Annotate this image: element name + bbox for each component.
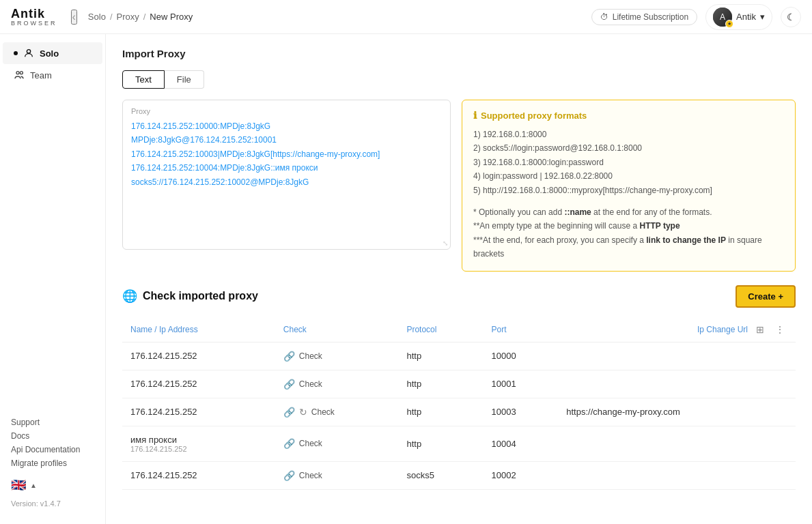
proxy-table: Name / Ip Address Check Protocol Port Ip… [122,317,796,490]
active-dot [14,51,18,55]
col-protocol: Protocol [398,317,483,343]
cell-port-4: 10004 [484,426,559,461]
cell-ip-5: 176.124.215.252 [122,461,275,489]
cell-url-3: https://change-my-proxy.com [558,398,796,426]
check-icon: 🔗 [283,351,295,362]
tab-file[interactable]: File [165,70,204,89]
proxy-textarea[interactable]: 176.124.215.252:10000:MPDje:8JgkG MPDje:… [131,119,442,235]
avatar-badge: ★ [725,20,733,28]
user-button[interactable]: A ★ Antik ▾ [705,4,772,30]
proxy-input-row: Proxy 176.124.215.252:10000:MPDje:8JgkG … [122,100,796,272]
table-more-button[interactable]: ⋮ [772,323,787,336]
resize-handle: ⤡ [443,239,448,247]
avatar: A ★ [713,8,732,27]
info-icon: ℹ [473,110,477,121]
cell-name-ip-4: имя прокси 176.124.215.252 [122,426,275,461]
subscription-button[interactable]: ⏱ Lifetime Subscription [591,9,697,25]
check-icon: 🔗 [283,379,295,390]
breadcrumb-current: New Proxy [150,12,193,22]
cell-protocol-3: http [398,398,483,426]
api-docs-link[interactable]: Api Documentation [11,445,94,454]
table-row: 176.124.215.252 🔗 Check http 10000 [122,342,796,370]
cell-check-4: 🔗 Check [275,426,399,461]
check-label[interactable]: Check [311,407,335,417]
sidebar-item-solo[interactable]: Solo [3,42,102,64]
cell-port-3: 10003 [484,398,559,426]
sidebar-item-team[interactable]: Team [3,64,102,86]
clock-icon: ⏱ [600,12,608,22]
cell-check-3: 🔗 ↻ Check [275,398,399,426]
cell-url-5 [558,461,796,489]
proxy-name: имя прокси [130,435,267,445]
info-box: ℹ Supported proxy formats 1) 192.168.0.1… [462,100,796,272]
version-label: Version: v1.4.7 [11,499,94,508]
check-label[interactable]: Check [299,351,322,361]
language-caret[interactable]: ▲ [30,482,37,489]
sidebar-footer: Support Docs Api Documentation Migrate p… [0,409,105,516]
page-title: Import Proxy [122,48,796,59]
theme-toggle-button[interactable]: ☾ [781,7,801,27]
check-icon: 🔗 [283,470,295,481]
docs-link[interactable]: Docs [11,431,94,441]
support-link[interactable]: Support [11,418,94,427]
svg-point-0 [27,50,30,53]
person-icon [23,48,34,59]
breadcrumb: Solo / Proxy / New Proxy [88,12,193,22]
info-box-title: ℹ Supported proxy formats [473,110,784,121]
cell-port-2: 10001 [484,370,559,398]
col-port: Port [484,317,559,343]
svg-point-2 [20,72,23,74]
format-item: 3) 192.168.0.1:8000:login:password [473,156,784,169]
sidebar-item-team-label: Team [30,70,52,81]
create-button[interactable]: Create + [736,285,796,308]
topnav: Antik BROWSER ‹ Solo / Proxy / New Proxy… [0,0,812,34]
formats-list: 1) 192.168.0.1:8000 2) socks5://login:pa… [473,128,784,197]
table-row: 176.124.215.252 🔗 Check http 10001 [122,370,796,398]
people-icon [14,70,25,81]
migrate-profiles-link[interactable]: Migrate profiles [11,458,94,468]
cell-check-1: 🔗 Check [275,342,399,370]
check-label[interactable]: Check [299,379,322,389]
globe-icon: 🌐 [122,289,137,304]
cell-ip-1: 176.124.215.252 [122,342,275,370]
section-title: 🌐 Check imported proxy [122,289,258,304]
format-item: 1) 192.168.0.1:8000 [473,128,784,141]
cell-protocol-2: http [398,370,483,398]
refresh-icon: ↻ [299,407,307,418]
logo-browser: BROWSER [11,20,57,27]
check-icon: 🔗 [283,438,295,449]
cell-protocol-4: http [398,426,483,461]
table-filter-button[interactable]: ⊞ [753,323,767,336]
breadcrumb-proxy[interactable]: Proxy [117,12,139,22]
cell-ip-3: 176.124.215.252 [122,398,275,426]
user-name: Antik [736,12,756,22]
col-check: Check [275,317,399,343]
table-body: 176.124.215.252 🔗 Check http 10000 176.1… [122,342,796,489]
cell-url-2 [558,370,796,398]
col-name-ip: Name / Ip Address [122,317,275,343]
textarea-label: Proxy [131,107,442,115]
subscription-label: Lifetime Subscription [613,12,688,22]
back-button[interactable]: ‹ [71,10,77,25]
section-header: 🌐 Check imported proxy Create + [122,285,796,308]
tab-group: Text File [122,70,796,89]
content-area: Import Proxy Text File Proxy 176.124.215… [106,34,812,524]
tab-text[interactable]: Text [122,70,165,89]
cell-port-5: 10002 [484,461,559,489]
svg-point-1 [16,72,19,74]
cell-protocol-5: socks5 [398,461,483,489]
proxy-textarea-wrap: Proxy 176.124.215.252:10000:MPDje:8JgkG … [122,100,451,250]
table-row: 176.124.215.252 🔗 ↻ Check http 10003 htt… [122,398,796,426]
format-item: 2) socks5://login:password@192.168.0.1:8… [473,141,784,155]
cell-url-4 [558,426,796,461]
check-label[interactable]: Check [299,439,322,448]
col-ip-change-url: Ip Change Url ⊞ ⋮ [558,317,796,343]
flag-icon: 🇬🇧 [11,478,26,493]
table-row: 176.124.215.252 🔗 Check socks5 10002 [122,461,796,489]
check-icon: 🔗 [283,407,295,418]
sidebar-item-solo-label: Solo [40,48,59,59]
sidebar: Solo Team Support Docs Api Documentation… [0,34,106,524]
check-label[interactable]: Check [299,471,322,480]
breadcrumb-solo[interactable]: Solo [88,12,106,22]
chevron-down-icon: ▾ [760,12,765,22]
